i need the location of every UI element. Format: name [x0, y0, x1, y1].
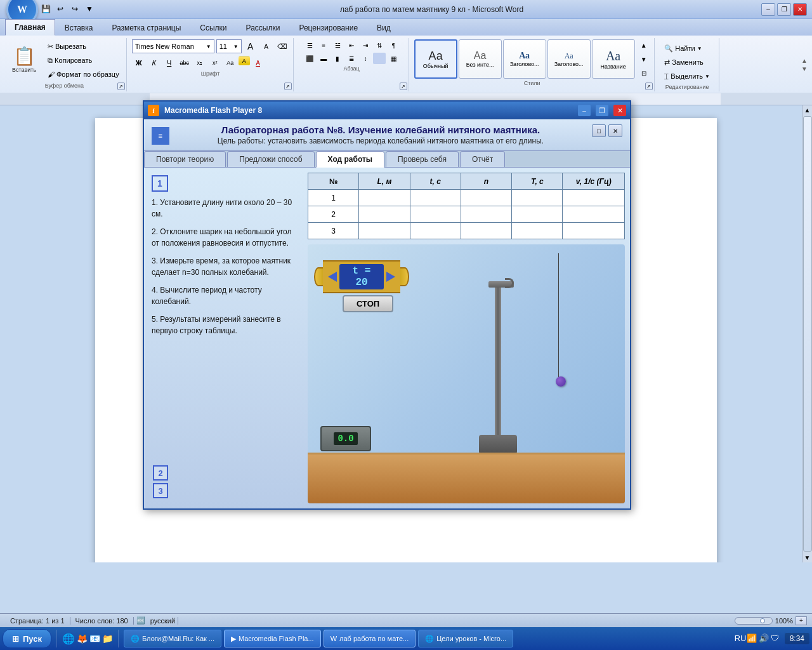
pilcrow-btn[interactable]: ¶ [387, 39, 400, 51]
border-btn[interactable]: ▦ [387, 53, 400, 64]
tray-network[interactable]: 📶 [747, 633, 757, 644]
folder-icon[interactable]: 📁 [102, 633, 113, 644]
cut-button[interactable]: ✂ Вырезать [44, 40, 122, 53]
style-normal[interactable]: Аа Обычный [414, 39, 457, 79]
nav-btn-2[interactable]: 2 [153, 465, 168, 481]
taskbar-btn-blog[interactable]: 🌐 Блоги@Mail.Ru: Как ... [124, 630, 221, 647]
style-heading2[interactable]: Аа Заголово... [547, 39, 591, 79]
flash-close-btn[interactable]: ✕ [613, 105, 626, 116]
taskbar-btn-goals[interactable]: 🌐 Цели уроков - Micro... [418, 630, 513, 647]
restore-btn[interactable]: ❐ [777, 3, 791, 16]
flash-tab-check[interactable]: Проверь себя [386, 151, 459, 167]
replace-button[interactable]: ⇄ Заменить [661, 56, 713, 69]
row3-length[interactable] [359, 223, 410, 239]
row3-time[interactable] [410, 223, 461, 239]
format-painter-button[interactable]: 🖌 Формат по образцу [44, 68, 122, 81]
ribbon-scroll-down[interactable]: ▼ [801, 65, 808, 72]
list-bullet-btn[interactable]: ☰ [303, 39, 316, 51]
copy-button[interactable]: ⧉ Копировать [44, 54, 122, 67]
bold-btn[interactable]: Ж [132, 56, 146, 69]
font-name-arrow[interactable]: ▼ [206, 44, 211, 50]
styles-expand-icon[interactable]: ↗ [645, 83, 653, 90]
taskbar-clock[interactable]: 8:34 [785, 633, 809, 644]
font-size-input[interactable]: 11 ▼ [216, 39, 242, 53]
tape-arrow-right-icon[interactable] [386, 272, 395, 282]
minimize-btn[interactable]: – [761, 3, 775, 16]
stop-button[interactable]: СТОП [343, 295, 393, 312]
close-btn[interactable]: ✕ [793, 3, 807, 16]
strikethrough-btn[interactable]: abc [178, 56, 192, 69]
font-name-input[interactable]: Times New Roman ▼ [132, 39, 214, 53]
style-more-btn[interactable]: ⊡ [638, 67, 650, 79]
row1-length[interactable] [359, 190, 410, 206]
align-right-btn[interactable]: ▮ [331, 53, 344, 64]
quick-redo-btn[interactable]: ↪ [69, 3, 81, 16]
taskbar-btn-word[interactable]: W лаб работа по мате... [324, 630, 416, 647]
mail-icon[interactable]: 📧 [89, 633, 100, 644]
quick-undo-btn[interactable]: ↩ [54, 3, 67, 16]
tab-home[interactable]: Главная [5, 19, 55, 36]
tab-layout[interactable]: Разметка страницы [102, 19, 190, 36]
ribbon-scroll-up[interactable]: ▲ [801, 57, 808, 64]
taskbar-btn-flash[interactable]: ▶ Macromedia Flash Pla... [224, 630, 321, 647]
scroll-down-arrow[interactable]: ▼ [803, 553, 812, 562]
style-scroll-up-btn[interactable]: ▲ [638, 39, 650, 51]
nav-btn-3[interactable]: 3 [153, 483, 168, 498]
decrease-indent-btn[interactable]: ⇤ [345, 39, 358, 51]
tab-mailing[interactable]: Рассылки [237, 19, 290, 36]
paste-button[interactable]: 📋 Вставить [6, 39, 42, 81]
tab-links[interactable]: Ссылки [190, 19, 236, 36]
row1-period[interactable] [512, 190, 563, 206]
flash-tab-report[interactable]: Отчёт [460, 151, 505, 167]
row2-period[interactable] [512, 206, 563, 223]
shading-btn[interactable] [373, 53, 386, 64]
style-heading1[interactable]: Аа Заголово... [503, 39, 546, 79]
align-center-btn[interactable]: ▬ [317, 53, 330, 64]
flash-inner-close[interactable]: ✕ [608, 124, 622, 137]
row2-freq[interactable] [563, 206, 625, 223]
sort-btn[interactable]: ⇅ [373, 39, 386, 51]
scroll-thumb[interactable] [803, 116, 812, 552]
scroll-up-arrow[interactable]: ▲ [803, 105, 812, 115]
superscript-btn[interactable]: x² [208, 56, 222, 69]
style-name[interactable]: Аа Название [592, 39, 635, 79]
row3-n[interactable] [461, 223, 511, 239]
list-number-btn[interactable]: ≡ [317, 39, 330, 51]
font-expand-icon[interactable]: ↗ [284, 83, 292, 90]
tray-lang[interactable]: RU [735, 633, 745, 644]
subscript-btn[interactable]: x₂ [193, 56, 207, 69]
vertical-scrollbar[interactable]: ▲ ▼ [802, 105, 812, 562]
tab-view[interactable]: Вид [367, 19, 400, 36]
row2-time[interactable] [410, 206, 461, 223]
find-button[interactable]: 🔍 Найти ▼ [661, 42, 713, 55]
row1-time[interactable] [410, 190, 461, 206]
flash-tab-work[interactable]: Ход работы [316, 151, 385, 168]
row2-length[interactable] [359, 206, 410, 223]
flash-inner-minimize[interactable]: □ [592, 124, 606, 137]
paragraph-expand-icon[interactable]: ↗ [400, 83, 407, 90]
tab-insert[interactable]: Вставка [55, 19, 103, 36]
flash-tab-theory[interactable]: Повтори теорию [144, 151, 226, 167]
ribbon-scrollbar[interactable]: ▲ ▼ [799, 38, 809, 91]
flash-minimize-btn[interactable]: – [578, 105, 591, 116]
ie-icon[interactable]: 🌐 [62, 633, 75, 645]
zoom-slider[interactable] [735, 617, 773, 625]
row3-freq[interactable] [563, 223, 625, 239]
font-color-btn[interactable]: A [251, 56, 265, 69]
case-btn[interactable]: Aa [223, 56, 237, 69]
firefox-icon[interactable]: 🦊 [77, 633, 88, 644]
line-spacing-btn[interactable]: ↕ [359, 53, 372, 64]
clipboard-expand-icon[interactable]: ↗ [117, 83, 125, 90]
pendulum-bob[interactable] [556, 376, 566, 387]
italic-btn[interactable]: К [147, 56, 161, 69]
tray-security[interactable]: 🛡 [771, 633, 781, 644]
tray-sound[interactable]: 🔊 [759, 633, 769, 644]
style-scroll-down-btn[interactable]: ▼ [638, 53, 650, 65]
font-size-arrow[interactable]: ▼ [233, 44, 239, 50]
row2-n[interactable] [461, 206, 511, 223]
row3-period[interactable] [512, 223, 563, 239]
zoom-in-btn[interactable]: + [796, 616, 807, 625]
select-button[interactable]: ⌶ Выделить ▼ [661, 70, 713, 83]
start-button[interactable]: ⊞ Пуск [3, 629, 51, 648]
row1-freq[interactable] [563, 190, 625, 206]
